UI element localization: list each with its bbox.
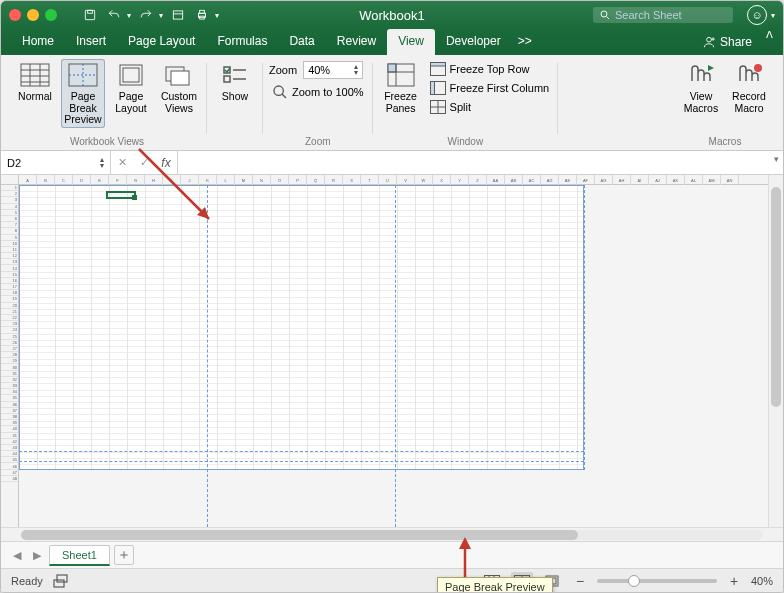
column-header[interactable]: W bbox=[415, 175, 433, 185]
column-header[interactable]: AL bbox=[685, 175, 703, 185]
column-header[interactable]: V bbox=[397, 175, 415, 185]
horizontal-scrollbar-thumb[interactable] bbox=[21, 530, 578, 540]
zoom-stepper-icon[interactable]: ▴▾ bbox=[354, 64, 358, 76]
redo-icon[interactable] bbox=[137, 6, 155, 24]
next-sheet-button[interactable]: ▶︎ bbox=[29, 549, 45, 562]
zoom-100-button[interactable]: Zoom to 100% bbox=[269, 83, 367, 101]
horizontal-scrollbar[interactable] bbox=[21, 530, 763, 540]
save-icon[interactable] bbox=[81, 6, 99, 24]
column-header[interactable]: AC bbox=[523, 175, 541, 185]
column-header[interactable]: AN bbox=[721, 175, 739, 185]
freeze-panes-button[interactable]: Freeze Panes bbox=[379, 59, 423, 116]
column-header[interactable]: C bbox=[55, 175, 73, 185]
column-header[interactable]: Z bbox=[469, 175, 487, 185]
zoom-out-button[interactable]: − bbox=[571, 573, 589, 589]
undo-icon[interactable] bbox=[105, 6, 123, 24]
add-sheet-button[interactable]: ＋ bbox=[114, 545, 134, 565]
undo-dropdown-icon[interactable]: ▾ bbox=[127, 11, 131, 20]
search-input[interactable]: Search Sheet bbox=[593, 7, 733, 23]
column-header[interactable]: S bbox=[343, 175, 361, 185]
column-header[interactable]: AG bbox=[595, 175, 613, 185]
column-header[interactable]: AD bbox=[541, 175, 559, 185]
page-break-vertical-3[interactable] bbox=[584, 185, 585, 470]
vertical-scrollbar[interactable] bbox=[768, 175, 783, 527]
custom-views-button[interactable]: Custom Views bbox=[157, 59, 201, 116]
tab-page-layout[interactable]: Page Layout bbox=[117, 29, 206, 55]
qat-customize-icon[interactable]: ▾ bbox=[215, 11, 219, 20]
zoom-slider-thumb[interactable] bbox=[628, 575, 640, 587]
page-break-vertical-1[interactable] bbox=[207, 185, 208, 527]
sheet-tab-sheet1[interactable]: Sheet1 bbox=[49, 545, 110, 566]
column-header[interactable]: I bbox=[163, 175, 181, 185]
prev-sheet-button[interactable]: ◀︎ bbox=[9, 549, 25, 562]
tab-review[interactable]: Review bbox=[326, 29, 387, 55]
collapse-ribbon-button[interactable]: ᐱ bbox=[766, 29, 773, 55]
column-header[interactable]: AF bbox=[577, 175, 595, 185]
worksheet-area[interactable]: ABCDEFGHIJKLMNOPQRSTUVWXYZAAABACADAEAFAG… bbox=[1, 175, 783, 541]
column-header[interactable]: F bbox=[109, 175, 127, 185]
share-button[interactable]: Share bbox=[694, 29, 760, 55]
column-header[interactable]: AI bbox=[631, 175, 649, 185]
column-header[interactable]: R bbox=[325, 175, 343, 185]
page-break-horizontal-2[interactable] bbox=[19, 461, 584, 462]
column-header[interactable]: D bbox=[73, 175, 91, 185]
tab-formulas[interactable]: Formulas bbox=[206, 29, 278, 55]
column-header[interactable]: Y bbox=[451, 175, 469, 185]
cell-grid[interactable] bbox=[19, 185, 768, 527]
column-header[interactable]: AH bbox=[613, 175, 631, 185]
column-header[interactable]: AK bbox=[667, 175, 685, 185]
column-header[interactable]: H bbox=[145, 175, 163, 185]
column-header[interactable]: G bbox=[127, 175, 145, 185]
workbook-mode-icon[interactable] bbox=[169, 6, 187, 24]
user-dropdown-icon[interactable]: ▾ bbox=[771, 11, 775, 20]
normal-view-button[interactable]: Normal bbox=[13, 59, 57, 105]
formula-input[interactable] bbox=[178, 151, 783, 174]
zoom-in-button[interactable]: + bbox=[725, 573, 743, 589]
view-macros-button[interactable]: View Macros bbox=[679, 59, 723, 116]
column-header[interactable]: L bbox=[217, 175, 235, 185]
column-header[interactable]: AJ bbox=[649, 175, 667, 185]
column-header[interactable]: K bbox=[199, 175, 217, 185]
page-break-vertical-2[interactable] bbox=[395, 185, 396, 527]
freeze-first-column-button[interactable]: Freeze First Column bbox=[427, 80, 553, 96]
record-macro-button[interactable]: Record Macro bbox=[727, 59, 771, 116]
tab-view[interactable]: View bbox=[387, 29, 435, 55]
vertical-scrollbar-thumb[interactable] bbox=[771, 187, 781, 407]
zoom-input[interactable]: 40% ▴▾ bbox=[303, 61, 363, 79]
cancel-formula-button[interactable]: ✕ bbox=[111, 156, 133, 169]
column-header[interactable]: A bbox=[19, 175, 37, 185]
user-account-icon[interactable]: ☺︎ bbox=[747, 5, 767, 25]
show-button[interactable]: Show bbox=[213, 59, 257, 105]
page-break-preview-button[interactable]: Page Break Preview bbox=[61, 59, 105, 128]
column-header[interactable]: AM bbox=[703, 175, 721, 185]
column-header[interactable]: Q bbox=[307, 175, 325, 185]
column-header[interactable]: T bbox=[361, 175, 379, 185]
row-headers[interactable]: 1234567891011121314151617181920212223242… bbox=[1, 185, 19, 527]
column-headers[interactable]: ABCDEFGHIJKLMNOPQRSTUVWXYZAAABACADAEAFAG… bbox=[19, 175, 768, 185]
accept-formula-button[interactable]: ✓ bbox=[133, 156, 155, 169]
macro-record-status-icon[interactable] bbox=[53, 574, 69, 588]
split-button[interactable]: Split bbox=[427, 99, 553, 115]
redo-dropdown-icon[interactable]: ▾ bbox=[159, 11, 163, 20]
zoom-slider[interactable] bbox=[597, 579, 717, 583]
tab-insert[interactable]: Insert bbox=[65, 29, 117, 55]
insert-function-button[interactable]: fx bbox=[155, 156, 177, 170]
column-header[interactable]: X bbox=[433, 175, 451, 185]
select-all-corner[interactable] bbox=[1, 175, 19, 185]
active-cell[interactable] bbox=[106, 191, 136, 199]
name-box[interactable]: D2 ▴▾ bbox=[1, 151, 111, 174]
column-header[interactable]: M bbox=[235, 175, 253, 185]
column-header[interactable]: U bbox=[379, 175, 397, 185]
tab-developer[interactable]: Developer bbox=[435, 29, 512, 55]
close-window-button[interactable] bbox=[9, 9, 21, 21]
minimize-window-button[interactable] bbox=[27, 9, 39, 21]
zoom-window-button[interactable] bbox=[45, 9, 57, 21]
name-box-dropdown-icon[interactable]: ▴▾ bbox=[100, 157, 104, 169]
column-header[interactable]: AA bbox=[487, 175, 505, 185]
column-header[interactable]: J bbox=[181, 175, 199, 185]
freeze-top-row-button[interactable]: Freeze Top Row bbox=[427, 61, 553, 77]
page-break-horizontal-1[interactable] bbox=[19, 451, 584, 452]
column-header[interactable]: E bbox=[91, 175, 109, 185]
column-header[interactable]: O bbox=[271, 175, 289, 185]
tab-home[interactable]: Home bbox=[11, 29, 65, 55]
